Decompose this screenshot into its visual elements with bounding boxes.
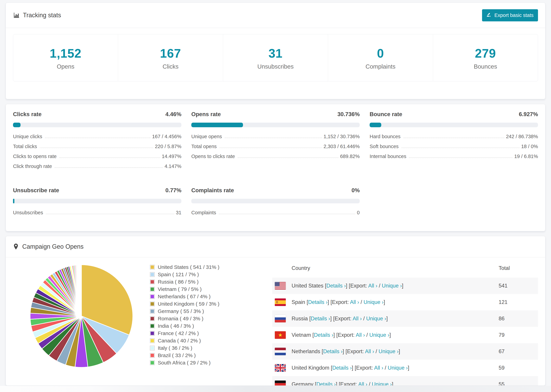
legend-label: Romania ( 49 / 3% ) — [158, 316, 204, 322]
rate-detail-value: 242 / 86.738% — [506, 134, 538, 141]
rate-rows: Complaints0 — [191, 207, 360, 217]
rate-progress-fill — [13, 123, 21, 127]
table-row-germany: Germany [Details ›] [Export: All › / Uni… — [272, 376, 538, 386]
bottom-page-strip — [0, 386, 551, 392]
country-name: Netherlands — [292, 348, 320, 354]
dotted-leader — [225, 138, 322, 138]
rate-detail-row: Hard bounces242 / 86.738% — [370, 131, 538, 141]
country-name: United States — [292, 283, 323, 289]
geo-table-rows: United States [Details ›] [Export: All ›… — [272, 278, 538, 386]
rate-detail-row: Total opens2,303 / 61.446% — [191, 141, 360, 151]
details-link[interactable]: Details › — [332, 365, 352, 371]
export-unique-link[interactable]: Unique › — [388, 365, 408, 371]
rate-detail-label: Opens to clicks rate — [191, 154, 235, 161]
legend-label: Netherlands ( 67 / 4% ) — [158, 294, 211, 300]
export-button-label: Export basic stats — [494, 13, 534, 18]
rate-progress-track — [13, 123, 181, 127]
rate-detail-row: Unique opens1,152 / 30.736% — [191, 131, 360, 141]
rate-detail-label: Unique opens — [191, 134, 222, 141]
country-cell: Russia [Details ›] [Export: All › / Uniq… — [292, 315, 388, 322]
total-cell: 121 — [499, 299, 538, 305]
legend-label: Vietnam ( 79 / 5% ) — [158, 286, 202, 292]
export-unique-link[interactable]: Unique › — [379, 348, 399, 354]
details-link[interactable]: Details › — [316, 381, 336, 386]
dotted-leader — [45, 138, 150, 138]
legend-swatch — [150, 309, 155, 314]
rate-detail-row: Unique clicks167 / 4.456% — [13, 131, 181, 141]
nl-flag-icon — [275, 348, 286, 355]
export-all-link[interactable]: All › — [350, 299, 359, 305]
table-row-spain: Spain [Details ›] [Export: All › / Uniqu… — [272, 294, 538, 310]
map-pin-icon — [13, 243, 19, 250]
ru-flag-icon — [275, 315, 286, 322]
legend-item-vietnam: Vietnam ( 79 / 5% ) — [150, 286, 272, 292]
stat-box-clicks: 167Clicks — [118, 34, 223, 81]
legend-item-south-africa: South Africa ( 29 / 2% ) — [150, 360, 272, 366]
rate-detail-label: Unsubscribes — [13, 210, 43, 217]
export-unique-link[interactable]: Unique › — [366, 315, 386, 322]
rate-value: 0.77% — [165, 187, 181, 194]
export-unique-link[interactable]: Unique › — [363, 299, 383, 305]
de-flag-icon — [275, 381, 286, 386]
rate-detail-value: 14.497% — [162, 154, 182, 161]
export-label: Export: — [338, 332, 354, 338]
legend-item-spain: Spain ( 121 / 7% ) — [150, 272, 272, 277]
dotted-leader — [403, 138, 504, 138]
rate-detail-value: 220 / 5.87% — [155, 144, 181, 151]
rate-detail-row: Unsubscribes31 — [13, 207, 181, 217]
country-cell: United States [Details ›] [Export: All ›… — [292, 283, 403, 289]
export-all-link[interactable]: All › — [374, 365, 383, 371]
rate-title: Opens rate — [191, 111, 221, 118]
legend-item-brazil: Brazil ( 33 / 2% ) — [150, 352, 272, 358]
export-unique-link[interactable]: Unique › — [382, 283, 402, 289]
country-name: Vietnam — [292, 332, 311, 338]
export-label: Export: — [340, 381, 357, 386]
export-all-link[interactable]: All › — [356, 332, 365, 338]
stat-box-opens: 1,152Opens — [13, 34, 118, 81]
link-separator: / — [376, 348, 377, 354]
export-all-link[interactable]: All › — [353, 315, 362, 322]
details-link[interactable]: Details › — [314, 332, 333, 338]
rate-progress-track — [191, 199, 360, 203]
legend-label: Brazil ( 33 / 2% ) — [158, 352, 196, 358]
export-unique-link[interactable]: Unique › — [372, 381, 392, 386]
rate-detail-value: 689.82% — [340, 154, 360, 161]
rate-detail-value: 167 / 4.456% — [152, 134, 181, 141]
legend-swatch — [150, 360, 155, 365]
export-all-link[interactable]: All › — [358, 381, 367, 386]
geo-header: Campaign Geo Opens — [6, 236, 545, 257]
rate-detail-row: Complaints0 — [191, 207, 360, 217]
rate-detail-value: 1,152 / 30.736% — [324, 134, 360, 141]
rate-detail-label: Soft bounces — [370, 144, 399, 151]
vn-flag-icon — [275, 331, 286, 339]
rate-detail-label: Complaints — [191, 210, 216, 217]
export-unique-link[interactable]: Unique › — [369, 332, 389, 338]
details-link[interactable]: Details › — [326, 283, 346, 289]
rate-value: 4.46% — [165, 111, 181, 118]
rate-detail-label: Internal bounces — [370, 154, 406, 161]
legend-swatch — [150, 346, 155, 350]
geo-body: United States ( 541 / 31% )Spain ( 121 /… — [6, 257, 545, 386]
details-link[interactable]: Details › — [311, 315, 330, 322]
total-cell: 55 — [499, 381, 538, 386]
legend-swatch — [150, 287, 155, 292]
geo-title-text: Campaign Geo Opens — [22, 243, 84, 250]
legend-swatch — [150, 265, 155, 270]
rates-card: Clicks rate4.46%Unique clicks167 / 4.456… — [6, 104, 545, 231]
legend-item-russia: Russia ( 86 / 5% ) — [150, 279, 272, 285]
rate-detail-row: Soft bounces18 / 0% — [370, 141, 538, 151]
export-all-link[interactable]: All › — [365, 348, 374, 354]
total-cell: 541 — [499, 283, 538, 289]
rate-head: Unsubscribe rate0.77% — [13, 187, 181, 194]
legend-item-india: India ( 46 / 3% ) — [150, 323, 272, 329]
big-stats-row: 1,152Opens167Clicks31Unsubscribes0Compla… — [13, 34, 538, 81]
geo-table-header: Country Total — [272, 259, 538, 278]
details-link[interactable]: Details › — [323, 348, 343, 354]
export-all-link[interactable]: All › — [368, 283, 377, 289]
country-cell: United Kingdom [Details ›] [Export: All … — [292, 365, 409, 371]
table-row-russia: Russia [Details ›] [Export: All › / Uniq… — [272, 310, 538, 327]
details-link[interactable]: Details › — [308, 299, 328, 305]
export-basic-stats-button[interactable]: Export basic stats — [482, 9, 538, 21]
rate-progress-fill — [191, 123, 243, 127]
dotted-leader — [59, 158, 160, 158]
